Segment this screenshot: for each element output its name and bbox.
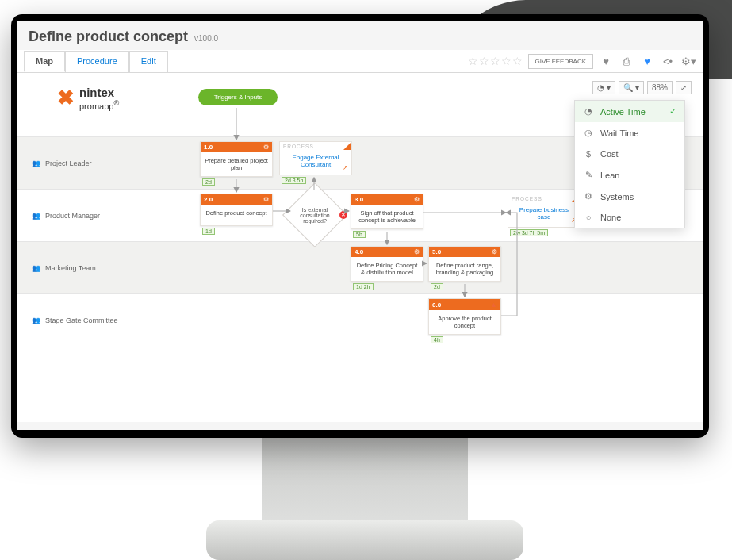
version-label: v100.0	[194, 34, 218, 43]
people-icon: 👥	[32, 316, 40, 324]
step-3-0[interactable]: 3.0⚙ Sign off that product concept is ac…	[351, 194, 423, 229]
share-icon[interactable]: <•	[660, 53, 676, 69]
brand-logo: ✖ nintex promapp®	[57, 86, 119, 111]
tab-bar: Map Procedure Edit	[24, 51, 168, 72]
dropdown-item-systems[interactable]: ⚙ Systems	[575, 186, 684, 207]
logo-mark-icon: ✖	[57, 86, 75, 110]
cog-icon: ⚙	[263, 196, 269, 203]
dropdown-item-wait-time[interactable]: ◷ Wait Time	[575, 122, 684, 144]
dollar-icon: $	[583, 149, 594, 159]
give-feedback-button[interactable]: GIVE FEEDBACK	[528, 54, 593, 69]
step-6-0[interactable]: 6.0▲ Approve the product concept 4h	[428, 298, 501, 335]
lightbulb-icon[interactable]: ♥	[598, 53, 614, 69]
gear-icon: ⚙	[583, 191, 594, 201]
triggers-inputs-pill[interactable]: Triggers & Inputs	[198, 89, 278, 105]
leaf-icon: ✎	[583, 170, 594, 180]
top-toolbar: Map Procedure Edit ☆☆☆☆☆ GIVE FEEDBACK ♥…	[17, 50, 703, 73]
checkmark-icon: ✓	[669, 106, 676, 117]
people-icon: 👥	[32, 212, 40, 220]
settings-icon[interactable]: ⚙▾	[680, 53, 696, 69]
step-5-0[interactable]: 5.0⚙ Define product range, branding & pa…	[428, 246, 501, 282]
clock-icon: ◷	[583, 128, 594, 138]
clock-fast-icon: ◔	[583, 106, 594, 117]
page-title: Define product concept	[29, 29, 188, 45]
decision-no-marker: ✕	[339, 211, 347, 219]
tab-edit[interactable]: Edit	[129, 51, 168, 72]
cog-icon: ⚙	[414, 248, 420, 255]
dropdown-item-none[interactable]: ○ None	[575, 207, 684, 228]
cog-icon: ⚙	[263, 144, 269, 151]
print-icon[interactable]: ⎙	[619, 53, 634, 69]
step-1-0[interactable]: 1.0⚙ Prepare detailed project plan 2d	[200, 141, 273, 177]
dropdown-item-active-time[interactable]: ◔ Active Time ✓	[575, 101, 684, 122]
cog-icon: ⚙	[414, 196, 420, 203]
circle-icon: ○	[583, 213, 594, 222]
process-prepare-business-case[interactable]: PROCESS Prepare business case ↗ 2w 3d 7h…	[508, 194, 581, 228]
warning-icon: ▲	[490, 301, 497, 309]
cog-icon: ⚙	[492, 248, 497, 255]
page-header: Define product concept v100.0	[17, 21, 703, 50]
favorite-icon[interactable]: ♥	[639, 53, 655, 69]
dropdown-item-lean[interactable]: ✎ Lean	[575, 164, 684, 186]
decision-external-consultation[interactable]: Is external consultation required?	[292, 192, 338, 238]
process-canvas[interactable]: ◔ ▾ 🔍 ▾ 88% ⤢ ◔ Active Time ✓ ◷ Wait Tim…	[17, 73, 703, 422]
step-4-0[interactable]: 4.0⚙ Define Pricing Concept & distributi…	[351, 246, 423, 282]
people-icon: 👥	[32, 159, 40, 167]
tab-procedure[interactable]: Procedure	[65, 51, 129, 72]
tab-map[interactable]: Map	[24, 51, 65, 72]
dropdown-item-cost[interactable]: $ Cost	[575, 144, 684, 164]
people-icon: 👥	[32, 264, 40, 272]
dropdown-label: Active Time	[600, 107, 646, 117]
duration-badge: 2d	[202, 178, 215, 186]
external-link-icon: ↗	[343, 164, 348, 171]
rating-stars[interactable]: ☆☆☆☆☆	[468, 55, 523, 67]
process-engage-external[interactable]: PROCESS Engage External Consultant ↗ 2d …	[279, 141, 352, 175]
step-2-0[interactable]: 2.0⚙ Define product concept 1d	[200, 194, 273, 226]
time-mode-dropdown: ◔ Active Time ✓ ◷ Wait Time $ Cost ✎ Lea…	[574, 100, 685, 228]
